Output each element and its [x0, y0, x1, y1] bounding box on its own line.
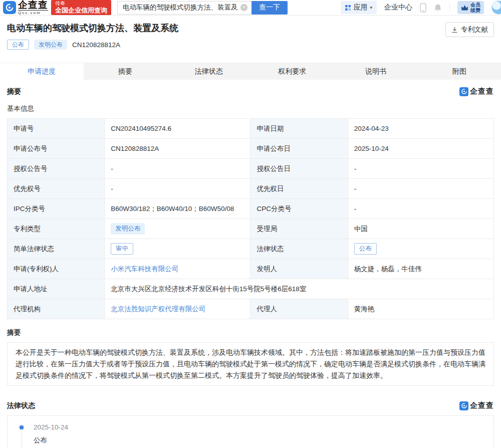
clear-search-icon[interactable]: ×	[240, 4, 247, 11]
info-label: 发明人	[250, 259, 348, 279]
legal-status-box: 2025-10-24 公布	[7, 415, 494, 448]
search-input[interactable]	[117, 1, 252, 15]
qcc-logo-icon	[3, 1, 16, 14]
legal-status-tag: 公布	[354, 243, 377, 255]
tab-application-progress[interactable]: 申请进度	[0, 63, 84, 80]
top-header: 企查查 Qcc.com 传奇 全国企业信用查询 × 查一下 应用 ▾ 企业中心	[0, 0, 501, 16]
info-value: CN120828812A	[105, 139, 250, 159]
table-row: 申请(专利权)人 小米汽车科技有限公司 发明人 杨文婕，杨磊，牛佳伟	[8, 259, 494, 279]
info-label: 授权公告日	[250, 159, 348, 179]
applicant-link[interactable]: 小米汽车科技有限公司	[111, 265, 178, 273]
info-value: -	[348, 199, 493, 219]
watermark-text: 企查查	[470, 87, 494, 96]
status-badge: 公布	[7, 40, 29, 50]
timeline-item: 2025-10-24 公布	[20, 423, 481, 445]
member-line2: 续费	[470, 8, 480, 13]
info-value: 北京市大兴区北京经济技术开发区科创十街15号院5号楼6层618室	[105, 279, 494, 299]
member-renew-badge[interactable]: 会员 续费	[457, 1, 484, 14]
info-label: 申请公布号	[8, 139, 105, 159]
qcc-logo[interactable]: 企查查 Qcc.com	[3, 0, 48, 15]
search-bar: × 查一下	[117, 1, 288, 15]
table-row: IPC分类号 B60W30/182；B60W40/10；B60W50/08 CP…	[8, 199, 494, 219]
info-label: 优先权号	[8, 179, 105, 199]
patent-document-label: 专利文献	[461, 25, 488, 34]
timeline-status: 公布	[34, 436, 481, 445]
info-label: 代理人	[250, 299, 348, 319]
table-row: 简单法律状态 审中 法律状态 公布	[8, 239, 494, 259]
legal-status-section-head: 法律状态 企查查	[7, 401, 494, 410]
info-label: 申请人地址	[8, 279, 105, 299]
abstract-sub-title: 摘要	[7, 328, 494, 337]
table-row: 申请号 CN202410495274.6 申请日期 2024-04-23	[8, 119, 494, 139]
notification-bell-icon[interactable]	[434, 4, 442, 12]
table-row: 授权公告号 - 授权公告日 -	[8, 159, 494, 179]
download-icon	[451, 27, 458, 33]
tab-description[interactable]: 说明书	[334, 63, 418, 80]
info-value: -	[105, 159, 250, 179]
avatar[interactable]	[491, 1, 501, 15]
info-value: -	[348, 179, 493, 199]
info-value: -	[105, 179, 250, 199]
info-value: 杨文婕，杨磊，牛佳伟	[348, 259, 493, 279]
agency-link[interactable]: 北京法胜知识产权代理有限公司	[111, 305, 205, 313]
tab-figures[interactable]: 附图	[417, 63, 501, 80]
enterprise-center-link[interactable]: 企业中心	[384, 3, 412, 12]
qcc-watermark-icon	[459, 401, 468, 410]
mobile-app-icon[interactable]	[420, 3, 426, 13]
divider	[449, 4, 450, 11]
info-label: 简单法律状态	[8, 239, 105, 259]
table-row: 代理机构 北京法胜知识产权代理有限公司 代理人 黄海艳	[8, 299, 494, 319]
legal-status-title: 法律状态	[7, 401, 35, 410]
info-label: 法律状态	[250, 239, 348, 259]
timeline-dot-icon	[20, 425, 24, 429]
abstract-section-title: 摘要	[7, 87, 21, 96]
info-value: 公布	[348, 239, 493, 259]
info-label: CPC分类号	[250, 199, 348, 219]
info-label: 申请公布日	[250, 139, 348, 159]
table-row: 申请公布号 CN120828812A 申请公布日 2025-10-24	[8, 139, 494, 159]
patent-document-button[interactable]: 专利文献	[445, 22, 494, 37]
crown-icon	[461, 5, 468, 11]
patent-type-badge: 发明公布	[34, 40, 67, 50]
info-value: 小米汽车科技有限公司	[105, 259, 250, 279]
info-label: 授权公告号	[8, 159, 105, 179]
tab-abstract[interactable]: 摘要	[84, 63, 167, 80]
info-value: 北京法胜知识产权代理有限公司	[105, 299, 250, 319]
tab-legal-status[interactable]: 法律状态	[167, 63, 250, 80]
promo-line1: 传奇	[55, 1, 107, 7]
info-value: CN202410495274.6	[105, 119, 250, 139]
abstract-text: 本公开是关于一种电动车辆的驾驶模式切换方法、装置及系统，涉及电动车辆技术领域。其…	[7, 342, 494, 386]
apps-menu[interactable]: 应用 ▾	[341, 1, 377, 14]
search-button[interactable]: 查一下	[252, 1, 288, 15]
qcc-watermark: 企查查	[459, 87, 494, 96]
info-label: 优先权日	[250, 179, 348, 199]
table-row: 专利类型 发明公布 受理局 中国	[8, 219, 494, 239]
table-row: 申请人地址 北京市大兴区北京经济技术开发区科创十街15号院5号楼6层618室	[8, 279, 494, 299]
info-label: 申请(专利权)人	[8, 259, 105, 279]
publication-number: CN120828812A	[72, 41, 120, 49]
patent-title-section: 电动车辆的驾驶模式切换方法、装置及系统 公布 发明公布 CN120828812A…	[0, 16, 501, 57]
tab-claims[interactable]: 权利要求	[250, 63, 334, 80]
info-value: 2024-04-23	[348, 119, 493, 139]
info-value: -	[348, 159, 493, 179]
abstract-section-head: 摘要 企查查	[7, 87, 494, 96]
info-label: 代理机构	[8, 299, 105, 319]
tab-bar: 申请进度 摘要 法律状态 权利要求 说明书 附图	[0, 63, 501, 80]
chevron-down-icon: ▾	[370, 5, 372, 10]
logo-subtext: Qcc.com	[18, 10, 48, 15]
member-line1: 会员	[470, 2, 480, 8]
info-value: 发明公布	[105, 219, 250, 239]
info-value: 黄海艳	[348, 299, 493, 319]
logo-name: 企查查	[18, 0, 48, 10]
info-value: 中国	[348, 219, 493, 239]
timeline-line	[22, 433, 22, 448]
basic-info-title: 基本信息	[7, 104, 494, 113]
simple-legal-status-tag: 审中	[111, 243, 133, 255]
promo-banner[interactable]: 传奇 全国企业信用查询	[51, 0, 111, 15]
info-value: B60W30/182；B60W40/10；B60W50/08	[105, 199, 250, 219]
info-label: IPC分类号	[8, 199, 105, 219]
timeline-date: 2025-10-24	[34, 423, 481, 432]
promo-line2: 全国企业信用查询	[55, 7, 107, 14]
info-label: 受理局	[250, 219, 348, 239]
info-value: 审中	[105, 239, 250, 259]
